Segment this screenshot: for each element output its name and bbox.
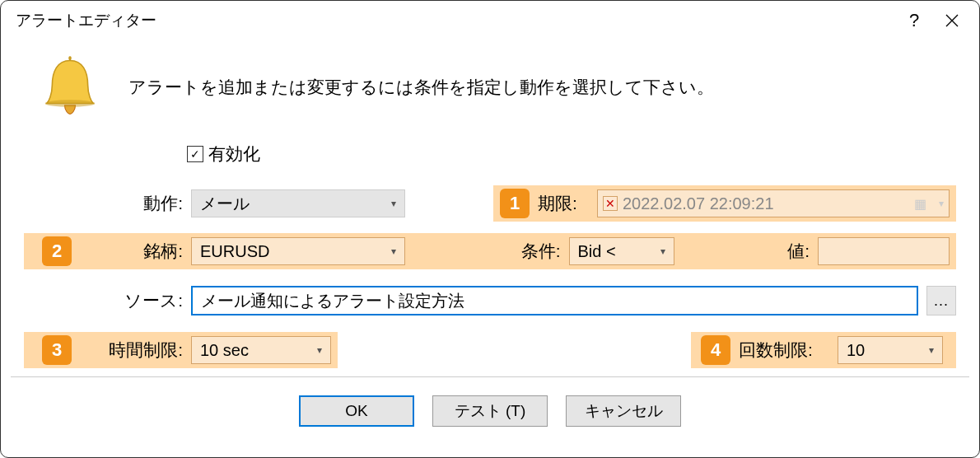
source-input[interactable] [191,286,918,315]
separator [11,376,969,377]
timeout-dropdown[interactable]: 10 sec ▾ [191,336,331,364]
enable-label: 有効化 [208,143,260,166]
symbol-value: EURUSD [200,242,269,261]
ok-button[interactable]: OK [299,395,414,427]
value-label: 値: [775,240,810,263]
row-limits: 3 時間制限: 10 sec ▾ 4 回数制限: 10 ▾ [24,332,956,368]
close-icon [945,13,959,28]
source-label: ソース: [90,289,183,312]
action-dropdown[interactable]: メール ▾ [191,189,405,217]
max-iter-value: 10 [847,341,865,360]
calendar-icon: ▦ [911,196,929,212]
condition-dropdown[interactable]: Bid < ▾ [569,237,674,265]
chevron-down-icon: ▾ [660,245,665,257]
enable-checkbox-row: ✓ 有効化 [187,143,956,166]
expiration-disabled-icon: ✕ [603,196,618,211]
badge-4: 4 [701,335,730,365]
chevron-down-icon: ▾ [317,344,322,356]
chevron-down-icon: ▾ [929,344,934,356]
button-row: OK テスト (T) キャンセル [1,395,979,427]
badge-1: 1 [500,189,530,218]
row-action-expiration: 動作: メール ▾ 1 期限: ✕ 2022.02.07 22:09:21 ▦ … [24,185,956,222]
expiration-label: 期限: [538,192,597,215]
condition-value: Bid < [578,242,616,261]
close-button[interactable] [933,7,971,34]
titlebar: アラートエディター ? [1,1,979,39]
chevron-down-icon: ▾ [939,198,944,209]
chevron-down-icon: ▾ [391,245,396,257]
enable-checkbox[interactable]: ✓ [187,146,203,162]
max-iter-dropdown[interactable]: 10 ▾ [838,336,943,364]
window-title: アラートエディター [16,10,895,31]
timeout-value: 10 sec [200,341,249,360]
value-input[interactable] [818,237,950,265]
badge-3: 3 [42,335,72,365]
symbol-dropdown[interactable]: EURUSD ▾ [191,237,405,265]
help-button[interactable]: ? [895,7,933,34]
symbol-label: 銘柄: [90,240,183,263]
expiration-field[interactable]: ✕ 2022.02.07 22:09:21 ▦ ▾ [597,189,950,217]
row-source: ソース: ... [24,283,956,319]
svg-point-0 [45,100,96,107]
source-browse-button[interactable]: ... [926,286,956,315]
badge-2: 2 [42,236,72,266]
cancel-button[interactable]: キャンセル [566,395,681,427]
timeout-label: 時間制限: [90,339,183,362]
chevron-down-icon: ▾ [391,198,396,209]
action-value: メール [200,193,250,215]
expiration-value: 2022.02.07 22:09:21 [623,194,774,213]
max-iter-label: 回数制限: [739,339,829,362]
test-button[interactable]: テスト (T) [432,395,548,427]
bell-icon [40,55,100,119]
instructions-text: アラートを追加または変更するには条件を指定し動作を選択して下さい。 [128,76,714,99]
condition-label: 条件: [506,240,561,263]
action-label: 動作: [90,192,183,215]
row-symbol-cond-value: 2 銘柄: EURUSD ▾ 条件: Bid < ▾ 値: [24,233,956,269]
